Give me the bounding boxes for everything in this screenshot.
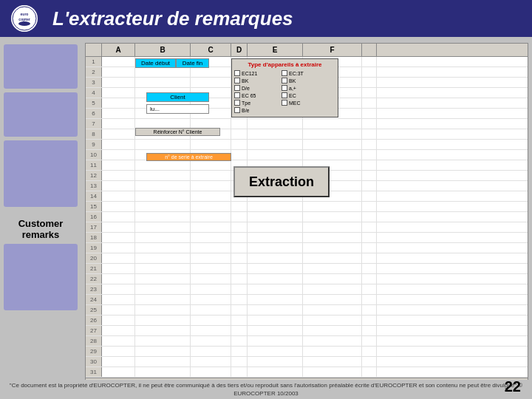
cell[interactable] — [248, 109, 303, 118]
cell[interactable] — [102, 326, 135, 335]
cell[interactable] — [231, 284, 248, 294]
cell[interactable] — [303, 347, 362, 356]
cell[interactable] — [191, 202, 231, 211]
extraction-button[interactable]: Extraction — [233, 166, 330, 197]
cell[interactable] — [362, 57, 377, 66]
cell[interactable] — [248, 326, 303, 335]
cell[interactable] — [135, 171, 191, 180]
cell[interactable] — [191, 274, 231, 284]
cell[interactable] — [303, 243, 362, 253]
cell[interactable] — [231, 119, 248, 129]
cell[interactable] — [135, 181, 191, 191]
cell[interactable] — [231, 109, 248, 118]
cell[interactable] — [102, 316, 135, 325]
cell[interactable] — [191, 98, 231, 108]
cell[interactable] — [102, 109, 135, 118]
cell[interactable] — [362, 67, 377, 77]
cell[interactable] — [191, 326, 231, 335]
cell[interactable] — [102, 57, 135, 66]
cell[interactable] — [303, 78, 362, 87]
cell[interactable] — [135, 222, 191, 232]
cell[interactable] — [303, 67, 362, 77]
cell[interactable] — [135, 160, 191, 170]
cell[interactable] — [362, 171, 377, 180]
cell[interactable] — [303, 264, 362, 273]
cell[interactable] — [362, 347, 377, 356]
cell[interactable] — [102, 129, 135, 139]
cell[interactable] — [362, 336, 377, 346]
cell[interactable] — [102, 160, 135, 170]
cell[interactable] — [248, 233, 303, 242]
cell[interactable] — [303, 357, 362, 366]
cell[interactable] — [135, 57, 191, 66]
cell[interactable] — [231, 98, 248, 108]
cell[interactable] — [231, 357, 248, 366]
cell[interactable] — [102, 202, 135, 211]
cell[interactable] — [191, 181, 231, 191]
cell[interactable] — [248, 78, 303, 87]
cell[interactable] — [191, 347, 231, 356]
cell[interactable] — [135, 191, 191, 201]
cell[interactable] — [231, 88, 248, 98]
cell[interactable] — [102, 222, 135, 232]
cell[interactable] — [362, 326, 377, 335]
cell[interactable] — [248, 129, 303, 139]
cell[interactable] — [303, 336, 362, 346]
cell[interactable] — [303, 316, 362, 325]
cell[interactable] — [303, 222, 362, 232]
cell[interactable] — [303, 119, 362, 129]
cell[interactable] — [231, 243, 248, 253]
cell[interactable] — [102, 274, 135, 284]
cell[interactable] — [191, 88, 231, 98]
cell[interactable] — [191, 129, 231, 139]
cell[interactable] — [135, 119, 191, 129]
cell[interactable] — [362, 150, 377, 160]
cell[interactable] — [303, 295, 362, 304]
cell[interactable] — [362, 191, 377, 201]
cell[interactable] — [191, 67, 231, 77]
cell[interactable] — [135, 347, 191, 356]
cell[interactable] — [231, 57, 248, 66]
cell[interactable] — [248, 284, 303, 294]
cell[interactable] — [135, 367, 191, 377]
cell[interactable] — [303, 109, 362, 118]
cell[interactable] — [102, 347, 135, 356]
cell[interactable] — [102, 357, 135, 366]
cell[interactable] — [191, 284, 231, 294]
cell[interactable] — [303, 284, 362, 294]
cell[interactable] — [191, 212, 231, 222]
cell[interactable] — [362, 274, 377, 284]
cell[interactable] — [102, 253, 135, 263]
cell[interactable] — [135, 140, 191, 149]
cell[interactable] — [362, 109, 377, 118]
cell[interactable] — [135, 129, 191, 139]
cell[interactable] — [303, 305, 362, 315]
cell[interactable] — [231, 202, 248, 211]
cell[interactable] — [102, 98, 135, 108]
cell[interactable] — [191, 191, 231, 201]
cell[interactable] — [135, 295, 191, 304]
cell[interactable] — [102, 264, 135, 273]
cell[interactable] — [102, 233, 135, 242]
cell[interactable] — [362, 367, 377, 377]
cell[interactable] — [102, 140, 135, 149]
cell[interactable] — [135, 212, 191, 222]
cell[interactable] — [102, 305, 135, 315]
cell[interactable] — [135, 336, 191, 346]
cell[interactable] — [303, 274, 362, 284]
cell[interactable] — [135, 67, 191, 77]
cell[interactable] — [102, 171, 135, 180]
cell[interactable] — [248, 336, 303, 346]
cell[interactable] — [191, 222, 231, 232]
cell[interactable] — [303, 202, 362, 211]
cell[interactable] — [102, 367, 135, 377]
cell[interactable] — [102, 119, 135, 129]
cell[interactable] — [303, 98, 362, 108]
cell[interactable] — [303, 129, 362, 139]
cell[interactable] — [248, 150, 303, 160]
cell[interactable] — [191, 367, 231, 377]
cell[interactable] — [191, 140, 231, 149]
cell[interactable] — [102, 78, 135, 87]
cell[interactable] — [135, 233, 191, 242]
cell[interactable] — [362, 160, 377, 170]
